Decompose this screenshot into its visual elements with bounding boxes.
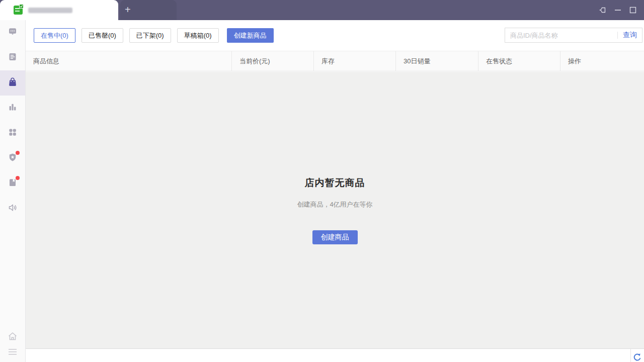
- home-icon: [7, 331, 18, 344]
- menu-icon: [8, 348, 18, 357]
- tab-title-redacted: [28, 8, 72, 13]
- products-toolbar: 在售中(0) 已售罄(0) 已下架(0) 草稿箱(0) 创建新商品 查询: [26, 20, 644, 51]
- empty-state-title: 店内暂无商品: [305, 176, 365, 190]
- minimize-button[interactable]: [610, 0, 625, 20]
- tab-on-sale[interactable]: 在售中(0): [34, 28, 75, 43]
- products-table-header: 商品信息 当前价(元) 库存 30日销量 在售状态 操作: [26, 51, 644, 71]
- product-search-input[interactable]: [505, 28, 617, 42]
- column-header-product-info: 商品信息: [26, 51, 231, 71]
- plus-icon: +: [125, 4, 131, 15]
- sidebar-item-apps[interactable]: [0, 121, 25, 146]
- speaker-icon: [8, 203, 18, 215]
- document-icon: [8, 52, 18, 64]
- sidebar-item-shield[interactable]: [0, 146, 25, 171]
- bottom-bar-divider: [630, 349, 631, 362]
- bar-chart-icon: [8, 102, 18, 114]
- notification-badge: [16, 151, 20, 155]
- empty-state-subtitle: 创建商品，4亿用户在等你: [297, 200, 372, 209]
- pin-icon: [599, 6, 607, 14]
- window-controls: [595, 0, 640, 20]
- column-header-current-price: 当前价(元): [231, 51, 313, 71]
- new-tab-button[interactable]: +: [120, 0, 177, 20]
- column-header-stock: 库存: [313, 51, 395, 71]
- bottom-status-bar: [26, 348, 644, 362]
- sidebar-item-analytics[interactable]: [0, 96, 25, 121]
- tab-sold-out[interactable]: 已售罄(0): [82, 28, 123, 43]
- refresh-button[interactable]: [632, 352, 642, 362]
- sidebar-item-chat[interactable]: [0, 20, 25, 45]
- chat-icon: [8, 27, 18, 39]
- create-new-product-button[interactable]: 创建新商品: [227, 28, 274, 43]
- maximize-icon: [629, 6, 637, 14]
- sidebar-nav: [0, 20, 26, 362]
- search-submit-button[interactable]: 查询: [618, 31, 642, 40]
- browser-tab[interactable]: [0, 0, 118, 20]
- tab-removed[interactable]: 已下架(0): [129, 28, 171, 43]
- check-badge-icon: [19, 4, 24, 9]
- pin-window-button[interactable]: [595, 0, 610, 20]
- tab-favicon-icon: [14, 6, 23, 15]
- sidebar-item-announcements[interactable]: [0, 196, 25, 221]
- products-empty-state: 店内暂无商品 创建商品，4亿用户在等你 创建商品: [26, 72, 644, 348]
- sidebar-item-knowledge[interactable]: [0, 171, 25, 196]
- sidebar-item-products[interactable]: [0, 70, 25, 96]
- refresh-icon: [632, 355, 642, 362]
- maximize-button[interactable]: [625, 0, 640, 20]
- column-header-actions: 操作: [560, 51, 644, 71]
- notification-badge: [16, 176, 20, 180]
- tab-drafts[interactable]: 草稿箱(0): [177, 28, 219, 43]
- create-product-button[interactable]: 创建商品: [312, 230, 358, 244]
- shopping-bag-icon: [7, 76, 18, 89]
- sidebar-item-menu[interactable]: [0, 348, 25, 357]
- column-header-sale-status: 在售状态: [478, 51, 560, 71]
- sidebar-item-orders[interactable]: [0, 45, 25, 70]
- column-header-30day-sales: 30日销量: [395, 51, 478, 71]
- minimize-icon: [614, 6, 622, 14]
- grid-icon: [8, 127, 18, 139]
- titlebar: +: [0, 0, 644, 20]
- sidebar-item-home[interactable]: [0, 331, 25, 344]
- product-search-group: 查询: [505, 28, 642, 43]
